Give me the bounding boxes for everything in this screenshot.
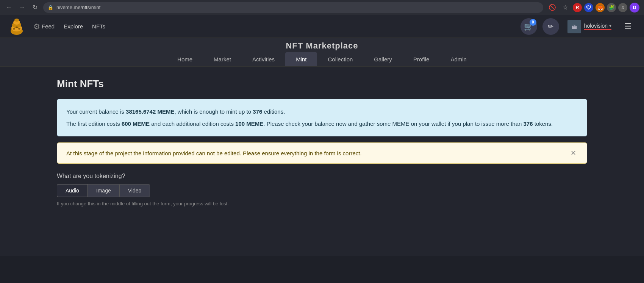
forward-button[interactable]: →: [17, 3, 27, 12]
user-menu-button[interactable]: 🏔 holovision ▾: [564, 18, 614, 35]
eye-slash-icon[interactable]: 🚫: [547, 2, 558, 13]
browser-chrome: ← → ↻ 🔒 hiveme.me/nfts/mint 🚫 ☆ R 🛡 🦊 🧩 …: [0, 0, 644, 15]
warning-box: At this stage of the project the informa…: [57, 142, 587, 164]
user-underline: [584, 29, 611, 30]
svg-point-6: [13, 28, 15, 30]
first-cost-value: 600 MEME: [122, 120, 150, 127]
star-icon[interactable]: ☆: [560, 2, 571, 13]
address-bar[interactable]: 🔒 hiveme.me/nfts/mint: [43, 2, 543, 13]
svg-text:🏔: 🏔: [572, 24, 577, 30]
user-name-label: holovision: [584, 23, 608, 29]
sub-nav-mint[interactable]: Mint: [285, 52, 317, 66]
info-line-1: Your current balance is 38165.6742 MEME,…: [66, 107, 578, 117]
logo-area: [8, 17, 26, 36]
nav-nfts-link[interactable]: NFTs: [92, 23, 105, 30]
lock-icon: 🔒: [48, 5, 53, 10]
pencil-button[interactable]: ✏: [542, 18, 559, 35]
svg-point-4: [14, 19, 19, 22]
token-type-buttons: Audio Image Video: [57, 184, 587, 197]
balance-value: 38165.6742 MEME: [126, 108, 174, 115]
sub-nav-collection[interactable]: Collection: [317, 52, 363, 66]
warning-text: At this stage of the project the informa…: [66, 150, 362, 156]
back-button[interactable]: ←: [5, 3, 14, 12]
reload-button[interactable]: ↻: [30, 3, 39, 12]
max-editions-2-value: 376: [524, 120, 533, 127]
nav-right: 🛒 0 ✏ 🏔 holovision ▾ ☰: [521, 18, 636, 35]
cart-button[interactable]: 🛒 0: [521, 18, 537, 35]
top-navbar: ⚙ Feed Explore NFTs 🛒 0 ✏ 🏔 holovision ▾…: [0, 15, 644, 38]
svg-point-7: [18, 28, 20, 30]
beehive-logo[interactable]: [8, 17, 26, 36]
hamburger-menu-button[interactable]: ☰: [620, 18, 636, 35]
warning-close-button[interactable]: ✕: [569, 149, 578, 157]
user-info: holovision ▾: [584, 23, 611, 30]
info-line-2: The first edition costs 600 MEME and eac…: [66, 119, 578, 129]
sub-nav-market[interactable]: Market: [203, 52, 242, 66]
dropdown-arrow-icon: ▾: [609, 23, 611, 28]
sub-nav-profile[interactable]: Profile: [403, 52, 440, 66]
fox-extension-icon[interactable]: 🦊: [596, 3, 605, 12]
tokenizing-section: What are you tokenizing? Audio Image Vid…: [57, 173, 587, 206]
sub-nav-gallery[interactable]: Gallery: [363, 52, 403, 66]
music-extension-icon[interactable]: ♫: [618, 3, 627, 12]
add-cost-value: 100 MEME: [235, 120, 263, 127]
tokenizing-label: What are you tokenizing?: [57, 173, 587, 180]
info-box: Your current balance is 38165.6742 MEME,…: [57, 99, 587, 136]
sub-nav-links: Home Market Activities Mint Collection G…: [0, 51, 644, 66]
sub-nav-activities[interactable]: Activities: [242, 52, 285, 66]
nav-links: Feed Explore NFTs: [42, 23, 105, 30]
sub-navbar: NFT Marketplace Home Market Activities M…: [0, 38, 644, 67]
puzzle-extension-icon[interactable]: 🧩: [607, 3, 616, 12]
nav-explore-link[interactable]: Explore: [64, 23, 83, 30]
user-avatar: 🏔: [567, 20, 581, 33]
red-extension-icon[interactable]: R: [573, 3, 582, 12]
audio-token-button[interactable]: Audio: [57, 184, 88, 197]
image-token-button[interactable]: Image: [88, 184, 119, 197]
token-hint-text: If you change this in the middle of fill…: [57, 201, 587, 206]
sub-nav-home[interactable]: Home: [167, 52, 203, 66]
sub-nav-admin[interactable]: Admin: [440, 52, 477, 66]
cart-badge: 0: [530, 19, 536, 26]
svg-point-5: [16, 27, 18, 28]
shield-extension-icon[interactable]: 🛡: [584, 3, 593, 12]
max-editions-value: 376: [253, 108, 262, 115]
video-token-button[interactable]: Video: [119, 184, 150, 197]
page-title: Mint NFTs: [57, 78, 587, 90]
browser-icons: 🚫 ☆ R 🛡 🦊 🧩 ♫ D: [547, 2, 639, 13]
url-text: hiveme.me/nfts/mint: [56, 5, 100, 10]
settings-gear-icon[interactable]: ⚙: [33, 22, 40, 31]
marketplace-title: NFT Marketplace: [0, 38, 644, 51]
main-content: Mint NFTs Your current balance is 38165.…: [38, 67, 606, 218]
nav-feed-link[interactable]: Feed: [42, 23, 55, 30]
browser-avatar[interactable]: D: [630, 3, 639, 13]
